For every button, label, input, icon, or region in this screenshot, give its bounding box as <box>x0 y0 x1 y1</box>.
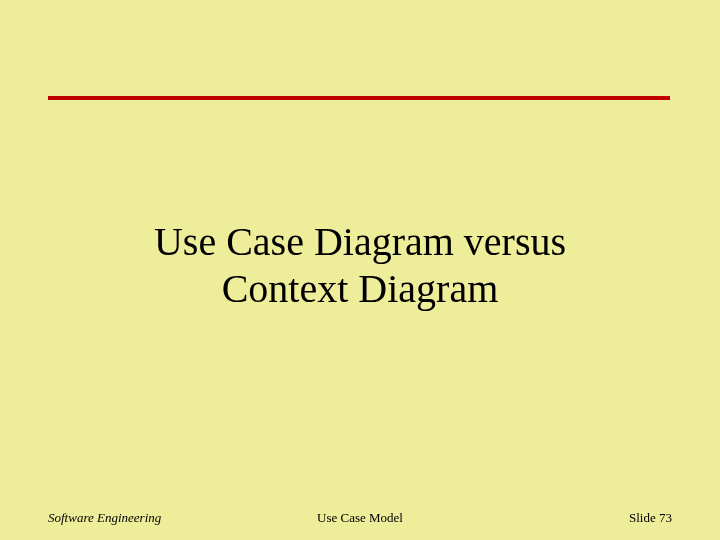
title-line-1: Use Case Diagram versus <box>0 218 720 265</box>
header-divider <box>48 96 670 100</box>
footer-slide-number: 73 <box>659 510 672 525</box>
footer-left: Software Engineering <box>48 510 161 526</box>
footer-center: Use Case Model <box>317 510 403 526</box>
footer-slide-label: Slide <box>629 510 656 525</box>
slide-footer: Software Engineering Use Case Model Slid… <box>48 510 672 526</box>
slide-title: Use Case Diagram versus Context Diagram <box>0 218 720 312</box>
title-line-2: Context Diagram <box>0 265 720 312</box>
footer-right: Slide 73 <box>629 510 672 526</box>
